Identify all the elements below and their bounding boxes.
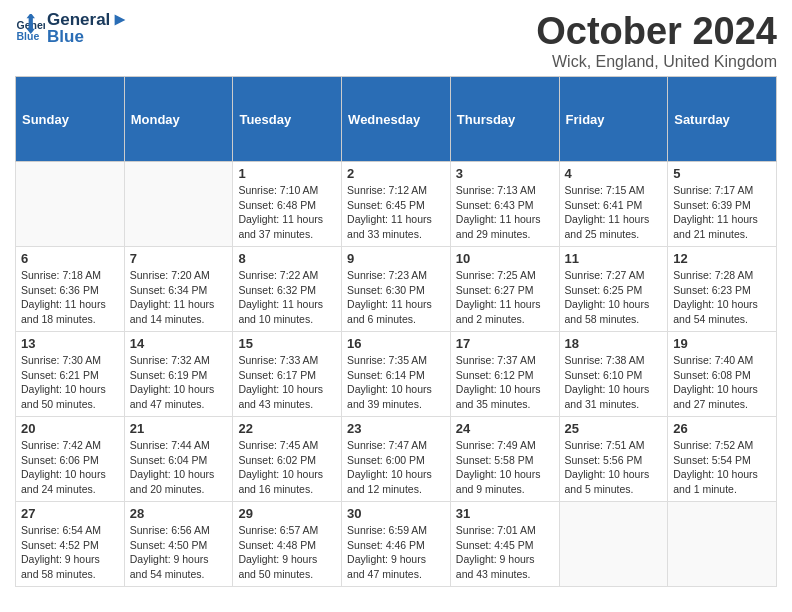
table-row: 9Sunrise: 7:23 AMSunset: 6:30 PMDaylight…: [342, 247, 451, 332]
location: Wick, England, United Kingdom: [536, 53, 777, 71]
table-row: 3Sunrise: 7:13 AMSunset: 6:43 PMDaylight…: [450, 162, 559, 247]
day-info: Sunrise: 6:56 AMSunset: 4:50 PMDaylight:…: [130, 523, 228, 582]
day-number: 2: [347, 166, 445, 181]
day-info: Sunrise: 7:18 AMSunset: 6:36 PMDaylight:…: [21, 268, 119, 327]
day-number: 3: [456, 166, 554, 181]
day-info: Sunrise: 7:47 AMSunset: 6:00 PMDaylight:…: [347, 438, 445, 497]
day-info: Sunrise: 7:30 AMSunset: 6:21 PMDaylight:…: [21, 353, 119, 412]
page-container: General Blue General Blue October 2024 W…: [0, 0, 792, 597]
logo-icon: General Blue: [15, 14, 45, 44]
table-row: 14Sunrise: 7:32 AMSunset: 6:19 PMDayligh…: [124, 332, 233, 417]
col-wednesday: Wednesday: [342, 77, 451, 162]
calendar-table: Sunday Monday Tuesday Wednesday Thursday…: [15, 76, 777, 587]
day-info: Sunrise: 6:57 AMSunset: 4:48 PMDaylight:…: [238, 523, 336, 582]
day-number: 7: [130, 251, 228, 266]
day-number: 31: [456, 506, 554, 521]
table-row: 13Sunrise: 7:30 AMSunset: 6:21 PMDayligh…: [16, 332, 125, 417]
table-row: 27Sunrise: 6:54 AMSunset: 4:52 PMDayligh…: [16, 502, 125, 587]
day-number: 15: [238, 336, 336, 351]
table-row: 29Sunrise: 6:57 AMSunset: 4:48 PMDayligh…: [233, 502, 342, 587]
day-number: 5: [673, 166, 771, 181]
day-info: Sunrise: 7:27 AMSunset: 6:25 PMDaylight:…: [565, 268, 663, 327]
day-number: 17: [456, 336, 554, 351]
day-info: Sunrise: 7:32 AMSunset: 6:19 PMDaylight:…: [130, 353, 228, 412]
day-number: 27: [21, 506, 119, 521]
table-row: 19Sunrise: 7:40 AMSunset: 6:08 PMDayligh…: [668, 332, 777, 417]
table-row: 20Sunrise: 7:42 AMSunset: 6:06 PMDayligh…: [16, 417, 125, 502]
day-info: Sunrise: 7:23 AMSunset: 6:30 PMDaylight:…: [347, 268, 445, 327]
table-row: 8Sunrise: 7:22 AMSunset: 6:32 PMDaylight…: [233, 247, 342, 332]
day-info: Sunrise: 7:51 AMSunset: 5:56 PMDaylight:…: [565, 438, 663, 497]
day-number: 12: [673, 251, 771, 266]
day-info: Sunrise: 7:37 AMSunset: 6:12 PMDaylight:…: [456, 353, 554, 412]
day-number: 21: [130, 421, 228, 436]
day-number: 20: [21, 421, 119, 436]
day-info: Sunrise: 6:59 AMSunset: 4:46 PMDaylight:…: [347, 523, 445, 582]
table-row: 22Sunrise: 7:45 AMSunset: 6:02 PMDayligh…: [233, 417, 342, 502]
day-info: Sunrise: 7:40 AMSunset: 6:08 PMDaylight:…: [673, 353, 771, 412]
day-info: Sunrise: 7:42 AMSunset: 6:06 PMDaylight:…: [21, 438, 119, 497]
month-title: October 2024: [536, 10, 777, 53]
table-row: 30Sunrise: 6:59 AMSunset: 4:46 PMDayligh…: [342, 502, 451, 587]
day-info: Sunrise: 7:20 AMSunset: 6:34 PMDaylight:…: [130, 268, 228, 327]
day-info: Sunrise: 7:13 AMSunset: 6:43 PMDaylight:…: [456, 183, 554, 242]
day-info: Sunrise: 7:22 AMSunset: 6:32 PMDaylight:…: [238, 268, 336, 327]
table-row: 28Sunrise: 6:56 AMSunset: 4:50 PMDayligh…: [124, 502, 233, 587]
table-row: 16Sunrise: 7:35 AMSunset: 6:14 PMDayligh…: [342, 332, 451, 417]
col-friday: Friday: [559, 77, 668, 162]
table-row: 1Sunrise: 7:10 AMSunset: 6:48 PMDaylight…: [233, 162, 342, 247]
table-row: 4Sunrise: 7:15 AMSunset: 6:41 PMDaylight…: [559, 162, 668, 247]
table-row: 10Sunrise: 7:25 AMSunset: 6:27 PMDayligh…: [450, 247, 559, 332]
table-row: 11Sunrise: 7:27 AMSunset: 6:25 PMDayligh…: [559, 247, 668, 332]
day-info: Sunrise: 7:49 AMSunset: 5:58 PMDaylight:…: [456, 438, 554, 497]
day-number: 10: [456, 251, 554, 266]
table-row: 15Sunrise: 7:33 AMSunset: 6:17 PMDayligh…: [233, 332, 342, 417]
calendar-week-row: 27Sunrise: 6:54 AMSunset: 4:52 PMDayligh…: [16, 502, 777, 587]
title-block: October 2024 Wick, England, United Kingd…: [536, 10, 777, 71]
table-row: 21Sunrise: 7:44 AMSunset: 6:04 PMDayligh…: [124, 417, 233, 502]
col-sunday: Sunday: [16, 77, 125, 162]
table-row: 18Sunrise: 7:38 AMSunset: 6:10 PMDayligh…: [559, 332, 668, 417]
calendar-header-row: Sunday Monday Tuesday Wednesday Thursday…: [16, 77, 777, 162]
logo-blue: Blue: [47, 27, 129, 47]
day-info: Sunrise: 6:54 AMSunset: 4:52 PMDaylight:…: [21, 523, 119, 582]
day-number: 25: [565, 421, 663, 436]
day-info: Sunrise: 7:45 AMSunset: 6:02 PMDaylight:…: [238, 438, 336, 497]
day-info: Sunrise: 7:10 AMSunset: 6:48 PMDaylight:…: [238, 183, 336, 242]
day-number: 14: [130, 336, 228, 351]
day-info: Sunrise: 7:33 AMSunset: 6:17 PMDaylight:…: [238, 353, 336, 412]
day-number: 6: [21, 251, 119, 266]
day-number: 18: [565, 336, 663, 351]
day-info: Sunrise: 7:35 AMSunset: 6:14 PMDaylight:…: [347, 353, 445, 412]
calendar-week-row: 13Sunrise: 7:30 AMSunset: 6:21 PMDayligh…: [16, 332, 777, 417]
logo-arrow-icon: [111, 11, 129, 29]
day-number: 29: [238, 506, 336, 521]
day-number: 8: [238, 251, 336, 266]
day-info: Sunrise: 7:44 AMSunset: 6:04 PMDaylight:…: [130, 438, 228, 497]
table-row: 2Sunrise: 7:12 AMSunset: 6:45 PMDaylight…: [342, 162, 451, 247]
day-info: Sunrise: 7:28 AMSunset: 6:23 PMDaylight:…: [673, 268, 771, 327]
table-row: 23Sunrise: 7:47 AMSunset: 6:00 PMDayligh…: [342, 417, 451, 502]
day-number: 24: [456, 421, 554, 436]
table-row: 24Sunrise: 7:49 AMSunset: 5:58 PMDayligh…: [450, 417, 559, 502]
table-row: 12Sunrise: 7:28 AMSunset: 6:23 PMDayligh…: [668, 247, 777, 332]
svg-text:Blue: Blue: [17, 29, 40, 41]
col-saturday: Saturday: [668, 77, 777, 162]
col-tuesday: Tuesday: [233, 77, 342, 162]
day-info: Sunrise: 7:25 AMSunset: 6:27 PMDaylight:…: [456, 268, 554, 327]
day-number: 22: [238, 421, 336, 436]
day-info: Sunrise: 7:12 AMSunset: 6:45 PMDaylight:…: [347, 183, 445, 242]
table-row: [124, 162, 233, 247]
table-row: 26Sunrise: 7:52 AMSunset: 5:54 PMDayligh…: [668, 417, 777, 502]
day-info: Sunrise: 7:38 AMSunset: 6:10 PMDaylight:…: [565, 353, 663, 412]
calendar-week-row: 6Sunrise: 7:18 AMSunset: 6:36 PMDaylight…: [16, 247, 777, 332]
day-info: Sunrise: 7:15 AMSunset: 6:41 PMDaylight:…: [565, 183, 663, 242]
day-number: 9: [347, 251, 445, 266]
svg-marker-3: [115, 15, 126, 26]
col-monday: Monday: [124, 77, 233, 162]
day-info: Sunrise: 7:52 AMSunset: 5:54 PMDaylight:…: [673, 438, 771, 497]
table-row: 6Sunrise: 7:18 AMSunset: 6:36 PMDaylight…: [16, 247, 125, 332]
calendar-week-row: 1Sunrise: 7:10 AMSunset: 6:48 PMDaylight…: [16, 162, 777, 247]
day-number: 4: [565, 166, 663, 181]
table-row: [668, 502, 777, 587]
